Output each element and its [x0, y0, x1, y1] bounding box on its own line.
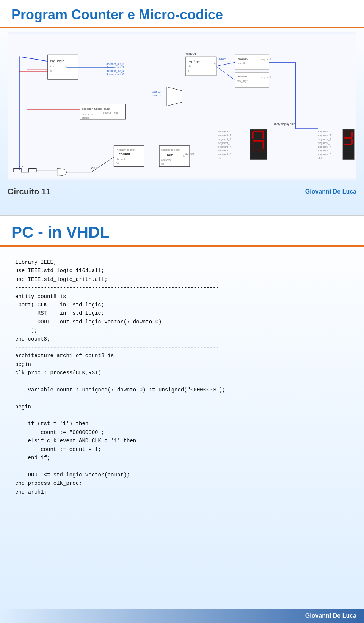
svg-text:decoder_out_3: decoder_out_3 [106, 63, 124, 66]
svg-text:d4: d4 [161, 162, 164, 165]
svg-text:hex7seg: hex7seg [237, 57, 248, 60]
svg-text:address: address [161, 159, 171, 161]
svg-text:decoder_out_2: decoder_out_2 [106, 66, 124, 69]
svg-rect-50 [253, 150, 264, 151]
svg-text:segment_6: segment_6 [318, 153, 331, 156]
svg-rect-61 [344, 131, 352, 132]
svg-text:CK1: CK1 [91, 167, 97, 170]
svg-rect-44 [253, 131, 264, 132]
svg-text:segment_4: segment_4 [318, 145, 331, 148]
svg-text:reg_logic: reg_logic [50, 59, 64, 63]
circuit-svg: reg_logic clk d q decoder_using_case bin… [8, 32, 356, 180]
svg-rect-63 [351, 132, 353, 137]
svg-text:segment_2: segment_2 [318, 138, 331, 141]
svg-text:d4: d4 [116, 162, 119, 164]
svg-text:decoder_out_0: decoder_out_0 [106, 73, 124, 76]
svg-text:reg_logic: reg_logic [188, 60, 200, 63]
svg-text:clk: clk [188, 65, 191, 68]
svg-text:segment_3: segment_3 [318, 142, 331, 145]
circuit-diagram: reg_logic clk d q decoder_using_case bin… [8, 32, 356, 180]
svg-text:segment: segment [261, 76, 271, 79]
svg-text:Binary display data: Binary display data [273, 123, 295, 126]
svg-rect-67 [344, 144, 352, 145]
slide2: PC - in VHDL library IEEE; use IEEE.std_… [0, 216, 364, 623]
svg-text:regDUT: regDUT [186, 52, 196, 55]
slide2-header: PC - in VHDL [0, 216, 364, 247]
svg-text:rom: rom [167, 153, 173, 157]
svg-text:binary_in: binary_in [82, 113, 93, 116]
svg-text:data: data [182, 155, 187, 158]
slide2-title: PC - in VHDL [11, 223, 353, 241]
svg-text:d: d [50, 69, 52, 73]
svg-rect-62 [344, 132, 345, 137]
svg-text:segment_0: segment_0 [318, 130, 331, 133]
svg-rect-47 [253, 140, 264, 142]
svg-text:segment_1: segment_1 [218, 134, 231, 137]
svg-rect-65 [344, 139, 345, 144]
svg-text:segment_6: segment_6 [218, 153, 231, 156]
svg-text:d: d [188, 69, 189, 72]
vhdl-code: library IEEE; use IEEE.std_logic_1164.al… [15, 258, 349, 496]
svg-text:hex_digit: hex_digit [237, 62, 248, 65]
slide1-header: Program Counter e Micro-codice [0, 0, 364, 28]
svg-text:q: q [214, 62, 216, 65]
svg-rect-66 [351, 139, 353, 144]
slide1-author: Giovanni De Luca [305, 188, 356, 195]
slide2-footer: Giovanni De Luca [0, 609, 364, 623]
circuit-label: Circuito 11 [8, 187, 51, 197]
svg-text:segment_1: segment_1 [318, 134, 331, 137]
svg-rect-49 [263, 142, 264, 149]
svg-text:Microcode ROM: Microcode ROM [161, 148, 180, 151]
svg-text:dot: dot [218, 157, 222, 159]
svg-rect-64 [344, 137, 352, 139]
svg-text:clk: clk [50, 65, 54, 68]
svg-text:data_14: data_14 [152, 90, 161, 93]
svg-text:count8: count8 [119, 152, 130, 156]
svg-text:segment_0: segment_0 [218, 130, 231, 133]
svg-text:decoder_out_1: decoder_out_1 [106, 69, 124, 73]
svg-rect-46 [263, 132, 264, 139]
svg-text:segment_3: segment_3 [218, 142, 231, 145]
svg-text:Program counter: Program counter [116, 148, 136, 151]
svg-text:enable: enable [82, 117, 90, 119]
svg-rect-48 [252, 142, 254, 149]
svg-text:uCode: uCode [185, 152, 194, 155]
svg-text:q: q [65, 65, 66, 68]
slide2-author: Giovanni De Luca [8, 612, 356, 619]
svg-text:decoder_out: decoder_out [103, 111, 118, 114]
svg-rect-45 [252, 132, 254, 139]
svg-text:hex_digit: hex_digit [237, 80, 248, 83]
svg-text:segment_2: segment_2 [218, 138, 231, 141]
svg-text:hex7seg: hex7seg [237, 75, 248, 78]
slide1: Program Counter e Micro-codice reg_logic… [0, 0, 364, 216]
slide1-content: reg_logic clk d q decoder_using_case bin… [0, 28, 364, 184]
svg-text:segment_5: segment_5 [318, 149, 331, 152]
svg-text:segment_4: segment_4 [218, 145, 231, 148]
svg-text:DiSP: DiSP [219, 57, 226, 60]
svg-text:decoder_using_case: decoder_using_case [82, 107, 110, 110]
slide1-footer: Circuito 11 Giovanni De Luca [0, 184, 364, 200]
svg-text:CK: CK [19, 165, 24, 168]
svg-text:dot: dot [318, 157, 322, 159]
slide1-title: Program Counter e Micro-codice [11, 7, 353, 23]
svg-text:data_14: data_14 [152, 94, 161, 97]
slide2-content: library IEEE; use IEEE.std_logic_1164.al… [0, 247, 364, 508]
svg-text:segment: segment [261, 58, 271, 61]
svg-rect-51 [264, 151, 266, 152]
svg-text:clk    dout: clk dout [116, 158, 125, 161]
svg-text:segment_5: segment_5 [218, 149, 231, 152]
